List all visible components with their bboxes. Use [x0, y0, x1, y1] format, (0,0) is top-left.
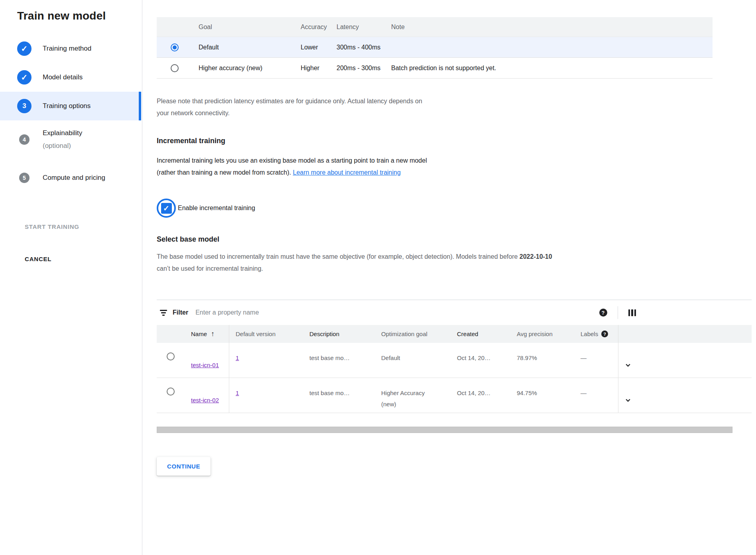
step-complete-check-icon: ✓ [17, 41, 32, 56]
base-model-table: Filter ? Name↑ Default version Descripti… [157, 299, 752, 413]
latency-disclaimer: Please note that prediction latency esti… [157, 95, 436, 119]
goal-table: Goal Accuracy Latency Note Default Lower… [157, 17, 713, 79]
chevron-down-icon [623, 396, 633, 405]
radio-goal-default[interactable] [171, 43, 179, 51]
optimization-goal-header: Optimization goal [375, 331, 451, 337]
avg-precision-cell: 94.75% [510, 378, 574, 399]
column-display-icon[interactable] [628, 309, 636, 316]
step-model-details[interactable]: ✓ Model details [0, 63, 142, 92]
goal-value: Default [193, 44, 295, 51]
select-base-model-heading: Select base model [157, 235, 756, 244]
chevron-down-icon [623, 360, 633, 370]
description-cell: test base mo… [303, 378, 375, 399]
accuracy-header: Accuracy [295, 24, 331, 31]
latency-value: 200ms - 300ms [331, 65, 385, 72]
incremental-checkbox[interactable]: ✓ [161, 203, 172, 214]
cutoff-date: 2022-10-10 [520, 253, 552, 260]
created-cell: Oct 14, 20… [451, 343, 510, 364]
latency-value: 300ms - 400ms [331, 44, 385, 51]
labels-cell: — [574, 343, 618, 364]
learn-more-link[interactable]: Learn more about incremental training [293, 169, 400, 176]
goal-header: Goal [193, 24, 295, 31]
step-training-options[interactable]: 3 Training options [0, 92, 141, 120]
training-options-panel: Goal Accuracy Latency Note Default Lower… [142, 0, 756, 555]
filter-label: Filter [173, 309, 188, 316]
step-label: Training options [43, 100, 91, 112]
expand-row-button[interactable] [622, 360, 634, 371]
model-name-link[interactable]: test-icn-01 [191, 362, 219, 368]
goal-table-header: Goal Accuracy Latency Note [157, 17, 713, 37]
default-version-link[interactable]: 1 [236, 388, 239, 399]
base-model-row-2[interactable]: test-icn-02 1 test base mo… Higher Accur… [157, 378, 752, 413]
avg-precision-header: Avg precision [510, 331, 574, 337]
goal-value: Higher accuracy (new) [193, 65, 295, 72]
step-number-icon: 5 [19, 173, 30, 183]
created-header: Created [451, 331, 510, 337]
labels-cell: — [574, 378, 618, 399]
start-training-button[interactable]: START TRAINING [0, 223, 142, 230]
note-value: Batch prediction is not supported yet. [385, 65, 713, 72]
optimization-goal-cell: Default [375, 343, 451, 364]
step-complete-check-icon: ✓ [17, 70, 32, 85]
model-name-link[interactable]: test-icn-02 [191, 397, 219, 403]
step-number-icon: 4 [19, 134, 30, 145]
help-icon[interactable]: ? [599, 309, 607, 317]
filter-icon [159, 310, 168, 316]
incremental-training-heading: Incremental training [157, 137, 756, 145]
optimization-goal-cell: Higher Accuracy (new) [381, 388, 441, 410]
checkbox-check-icon: ✓ [163, 204, 169, 213]
base-model-description: The base model used to incrementally tra… [157, 251, 747, 275]
continue-button[interactable]: CONTINUE [157, 457, 211, 476]
checkbox-label: Enable incremental training [178, 205, 255, 212]
step-number-icon: 3 [17, 99, 32, 113]
avg-precision-cell: 78.97% [510, 343, 574, 364]
sort-ascending-icon[interactable]: ↑ [211, 330, 215, 338]
train-model-stepper-sidebar: Train new model ✓ Training method ✓ Mode… [0, 0, 142, 555]
step-label: Explainability(optional) [43, 127, 82, 152]
filter-input[interactable] [195, 309, 435, 316]
incremental-training-description: Incremental training lets you use an exi… [157, 155, 436, 179]
default-version-header: Default version [229, 331, 303, 337]
goal-row-default[interactable]: Default Lower 300ms - 400ms [157, 37, 713, 58]
base-model-row-1[interactable]: test-icn-01 1 test base mo… Default Oct … [157, 343, 752, 378]
horizontal-scrollbar[interactable] [157, 427, 732, 433]
step-label: Model details [43, 71, 83, 84]
accuracy-value: Lower [295, 44, 331, 51]
labels-header: Labels? [574, 331, 618, 337]
step-training-method[interactable]: ✓ Training method [0, 34, 142, 63]
labels-help-icon[interactable]: ? [601, 331, 608, 337]
step-label: Training method [43, 42, 91, 55]
goal-row-higher-accuracy[interactable]: Higher accuracy (new) Higher 200ms - 300… [157, 58, 713, 79]
step-explainability[interactable]: 4 Explainability(optional) [0, 120, 142, 159]
name-header[interactable]: Name↑ [185, 325, 229, 343]
stepper: ✓ Training method ✓ Model details 3 Trai… [0, 34, 142, 197]
step-compute-pricing[interactable]: 5 Compute and pricing [0, 159, 142, 197]
note-header: Note [385, 24, 713, 31]
radio-base-model-1[interactable] [167, 352, 175, 360]
expand-row-button[interactable] [622, 395, 634, 406]
step-label: Compute and pricing [43, 171, 105, 184]
cancel-button[interactable]: CANCEL [0, 256, 142, 262]
accuracy-value: Higher [295, 65, 331, 72]
enable-incremental-row: ✓ Enable incremental training [157, 199, 756, 218]
step-sublabel: (optional) [43, 142, 71, 150]
created-cell: Oct 14, 20… [451, 378, 510, 399]
page-title: Train new model [0, 0, 142, 22]
latency-header: Latency [331, 24, 385, 31]
description-header: Description [303, 331, 375, 337]
incremental-checkbox-focus-ring[interactable]: ✓ [157, 199, 176, 218]
radio-goal-higher-accuracy[interactable] [171, 64, 179, 72]
default-version-link[interactable]: 1 [236, 352, 239, 364]
base-model-table-header: Name↑ Default version Description Optimi… [157, 325, 752, 343]
radio-base-model-2[interactable] [167, 388, 175, 396]
filter-bar: Filter ? [157, 300, 752, 325]
description-cell: test base mo… [303, 343, 375, 364]
toolbar-divider [618, 306, 618, 319]
